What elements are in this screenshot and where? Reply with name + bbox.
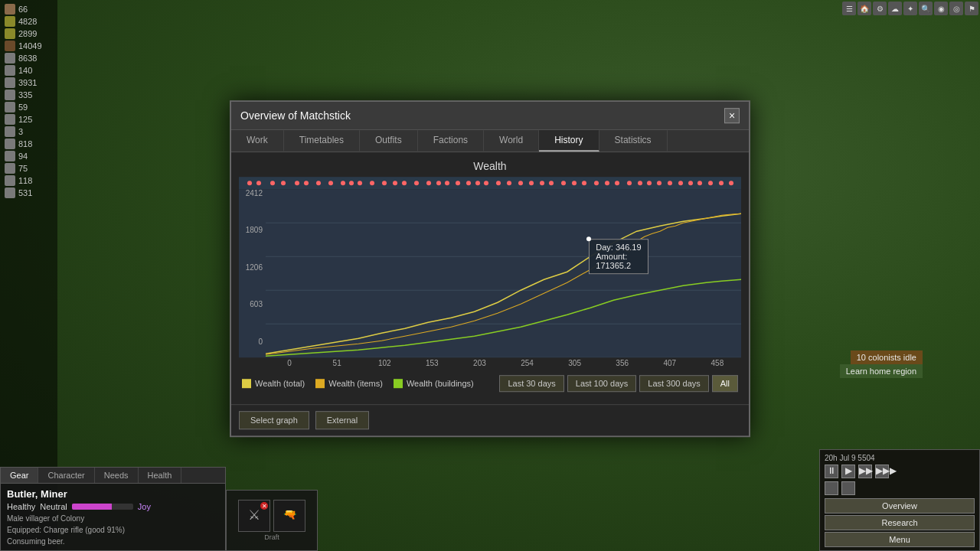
speed-btn-1[interactable]: ▶ — [841, 465, 855, 478]
y-label-4: 0 — [258, 337, 263, 346]
event-dot-0 — [247, 181, 252, 185]
menu-icon-2[interactable]: 🏠 — [858, 2, 871, 15]
menu-icon-7[interactable]: ◉ — [934, 2, 948, 15]
event-dot-23 — [496, 181, 501, 185]
y-label-1: 1809 — [246, 227, 263, 235]
sidebar-icon-0 — [5, 4, 15, 15]
y-axis: 2412180912066030 — [239, 189, 266, 357]
bottom-right-panel: 20h Jul 9 5504 ⏸ ▶ ▶▶ ▶▶▶ OverviewResear… — [819, 449, 980, 551]
character-info: Butler, Miner Healthy Neutral Joy Male v… — [1, 484, 225, 550]
event-dot-26 — [529, 181, 534, 185]
dialog-title: Overview of Matchstick — [240, 109, 351, 122]
mood-bar — [72, 504, 133, 510]
event-dot-9 — [349, 181, 354, 185]
tab-statistics[interactable]: Statistics — [599, 130, 668, 152]
menu-icon-1[interactable]: ☰ — [842, 2, 856, 15]
tab-factions[interactable]: Factions — [418, 130, 484, 152]
time-row: 20h Jul 9 5504 — [825, 453, 975, 463]
x-label-2: 102 — [361, 359, 408, 367]
sidebar-value-5: 140 — [18, 66, 32, 75]
dialog-tab-bar: WorkTimetablesOutfitsFactionsWorldHistor… — [231, 130, 749, 152]
sidebar-icon-3 — [5, 41, 15, 51]
learn-region-bar[interactable]: Learn home region — [840, 364, 923, 378]
sidebar-resource-5: 140 — [2, 64, 56, 77]
sidebar-resource-14: 118 — [2, 174, 56, 187]
tab-gear[interactable]: Gear — [1, 468, 38, 483]
close-button[interactable]: × — [724, 108, 740, 123]
external-button[interactable]: External — [315, 411, 369, 429]
extra-btn-2[interactable] — [841, 481, 855, 495]
tab-health[interactable]: Health — [139, 468, 182, 483]
sidebar-icon-11 — [5, 139, 15, 149]
tab-work[interactable]: Work — [231, 130, 284, 152]
x-label-4: 203 — [456, 359, 503, 367]
nav-menu[interactable]: Menu — [825, 532, 975, 547]
colonists-idle-bar: 10 colonists idle — [851, 350, 923, 364]
time-btn-30[interactable]: Last 30 days — [499, 375, 564, 392]
event-dot-39 — [668, 181, 672, 185]
sidebar-resource-4: 8638 — [2, 52, 56, 64]
character-activity: Consuming beer. — [7, 537, 219, 546]
sidebar-value-2: 2899 — [18, 29, 37, 38]
menu-icon-5[interactable]: ✦ — [903, 2, 917, 15]
sidebar-resource-15: 531 — [2, 187, 56, 199]
sidebar-icon-13 — [5, 163, 15, 174]
sidebar-resource-9: 125 — [2, 113, 56, 126]
legend: Wealth (total)Wealth (items)Wealth (buil… — [242, 379, 474, 388]
extra-btn-1[interactable] — [825, 481, 838, 495]
time-btn-300[interactable]: Last 300 days — [639, 375, 709, 392]
event-dot-2 — [270, 181, 275, 185]
speed-btn-3[interactable]: ▶▶▶ — [875, 465, 889, 478]
menu-icon-6[interactable]: 🔍 — [919, 2, 933, 15]
event-dot-18 — [445, 181, 449, 185]
select-graph-button[interactable]: Select graph — [239, 411, 309, 429]
equip-slot-1[interactable]: ✕ ⚔ — [238, 500, 270, 532]
time-btn-all[interactable]: All — [712, 375, 738, 392]
equip-slot-2[interactable]: 🔫 — [273, 500, 305, 532]
nav-research[interactable]: Research — [825, 515, 975, 530]
sidebar-value-9: 125 — [18, 115, 32, 124]
tab-outfits[interactable]: Outfits — [360, 130, 418, 152]
sidebar-resource-3: 14049 — [2, 40, 56, 52]
sidebar-resource-8: 59 — [2, 101, 56, 113]
time-buttons: Last 30 daysLast 100 daysLast 300 daysAl… — [499, 375, 738, 392]
event-dot-20 — [466, 181, 471, 185]
x-axis: 051102153203254305356407458 — [239, 357, 741, 367]
menu-icon-9[interactable]: ⚑ — [965, 2, 978, 15]
nav-overview[interactable]: Overview — [825, 498, 975, 514]
sidebar-resource-7: 335 — [2, 89, 56, 101]
tab-world[interactable]: World — [484, 130, 539, 152]
sidebar-resource-6: 3931 — [2, 77, 56, 89]
dialog-header: Overview of Matchstick × — [231, 102, 749, 130]
speed-btn-2[interactable]: ▶▶ — [858, 465, 872, 478]
tab-needs[interactable]: Needs — [95, 468, 139, 483]
play-btn[interactable]: ⏸ — [825, 465, 838, 478]
menu-icon-8[interactable]: ◎ — [949, 2, 963, 15]
health-label: Healthy — [7, 502, 35, 511]
sidebar-icon-5 — [5, 65, 15, 76]
sidebar-resource-1: 4828 — [2, 15, 56, 28]
character-tabs: Gear Character Needs Health — [1, 468, 225, 484]
sidebar-resource-2: 2899 — [2, 28, 56, 40]
sidebar-value-11: 818 — [18, 139, 32, 148]
event-dot-22 — [484, 181, 488, 185]
event-dot-35 — [627, 181, 632, 185]
sidebar-value-0: 66 — [18, 5, 28, 14]
time-btn-100[interactable]: Last 100 days — [567, 375, 637, 392]
x-label-9: 458 — [694, 359, 741, 367]
menu-icon-3[interactable]: ⚙ — [873, 2, 887, 15]
event-dot-1 — [256, 181, 261, 185]
event-dot-31 — [582, 181, 586, 185]
colonists-idle-text: 10 colonists idle — [857, 353, 916, 362]
tab-character[interactable]: Character — [38, 468, 94, 483]
sidebar-value-12: 94 — [18, 152, 28, 161]
sidebar-value-13: 75 — [18, 164, 28, 173]
event-dot-28 — [549, 181, 554, 185]
event-dot-44 — [719, 181, 724, 185]
event-dot-27 — [540, 181, 544, 185]
legend-items: Wealth (items) — [315, 379, 383, 388]
tab-timetables[interactable]: Timetables — [284, 130, 360, 152]
character-description: Male villager of Colony — [7, 514, 219, 523]
tab-history[interactable]: History — [539, 130, 599, 152]
menu-icon-4[interactable]: ☁ — [888, 2, 902, 15]
